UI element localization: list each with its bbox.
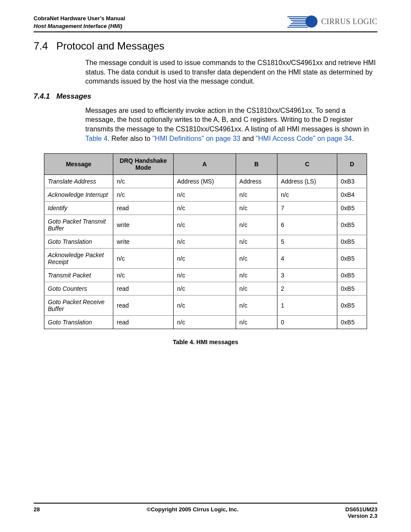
para-text: . [352,135,354,142]
cirrus-logo-icon [287,15,318,28]
table-cell: n/c [236,235,277,249]
section-heading: 7.4 Protocol and Messages [34,40,377,52]
table-cell: n/c [113,175,174,188]
table-row: Goto Translationreadn/cn/c00xB5 [44,316,367,329]
table-cell: n/c [236,188,277,202]
doc-version: Version 2.3 [346,513,377,519]
table-cell: 7 [277,202,337,215]
section-intro: The message conduit is used to issue com… [85,58,377,86]
table-cell: n/c [174,249,236,269]
table-cell: Acknowledge Interrupt [44,188,113,202]
table-row: Transmit Packetn/cn/cn/c30xB5 [44,269,367,282]
table-cell: Goto Packet Transmit Buffer [44,215,113,235]
table-cell: read [113,316,174,329]
section-number: 7.4 [34,40,53,52]
table-cell: n/c [174,235,236,249]
table-cell: n/c [174,316,236,329]
table-cell: n/c [277,188,337,202]
manual-title: CobraNet Hardware User's Manual [34,15,125,22]
para-text: . Refer also to [108,135,153,142]
table-cell: n/c [174,188,236,202]
col-d: D [337,154,367,175]
table-cell: Address [236,175,277,188]
table-cell: 0xB5 [337,296,367,316]
table-cell: n/c [174,269,236,282]
table-cell: n/c [236,269,277,282]
table-row: Acknowledge Interruptn/cn/cn/cn/c0xB4 [44,188,367,202]
table-row: Goto Countersreadn/cn/c20xB5 [44,282,367,296]
subsection-para: Messages are used to efficiently invoke … [85,106,377,143]
table-cell: write [113,215,174,235]
table-cell: n/c [113,269,174,282]
doc-info: DS651UM23 Version 2.3 [346,506,377,519]
xref-table4[interactable]: Table 4 [85,135,108,142]
subsection-body: Messages are used to efficiently invoke … [85,106,377,143]
header-titles: CobraNet Hardware User's Manual Host Man… [34,15,125,30]
table-cell: n/c [236,282,277,296]
section-body: The message conduit is used to issue com… [85,58,377,86]
cirrus-logo-text: CIRRUS LOGIC [321,17,377,26]
table-cell: 0 [277,316,337,329]
page-number: 28 [34,506,40,519]
table-cell: 0xB5 [337,202,367,215]
table-cell: write [113,235,174,249]
subsection-title: Messages [56,92,91,100]
table-cell: Goto Translation [44,235,113,249]
xref-hmi-access-code[interactable]: "HMI Access Code" on page 34 [256,135,352,142]
table-row: Acknowledge Packet Receiptn/cn/cn/c40xB5 [44,249,367,269]
table-cell: n/c [236,296,277,316]
table-cell: 5 [277,235,337,249]
table-row: Goto Packet Transmit Bufferwriten/cn/c60… [44,215,367,235]
table-container: Message DRQ Handshake Mode A B C D Trans… [44,153,367,345]
para-text: and [240,135,256,142]
table-cell: n/c [174,282,236,296]
subsection-number: 7.4.1 [34,92,54,101]
table-row: Identifyreadn/cn/c70xB5 [44,202,367,215]
table-cell: n/c [236,316,277,329]
table-cell: 0xB5 [337,282,367,296]
table-cell: Identify [44,202,113,215]
table-cell: Address (LS) [277,175,337,188]
doc-number: DS651UM23 [346,506,377,513]
col-c: C [277,154,337,175]
table-body: Translate Addressn/cAddress (MS)AddressA… [44,175,367,329]
table-row: Translate Addressn/cAddress (MS)AddressA… [44,175,367,188]
table-cell: 0xB5 [337,215,367,235]
table-header-row: Message DRQ Handshake Mode A B C D [44,154,367,175]
table-cell: 0xB3 [337,175,367,188]
table-cell: Goto Counters [44,282,113,296]
page-footer: 28 ©Copyright 2005 Cirrus Logic, Inc. DS… [34,503,377,519]
chapter-title: Host Management Interface (HMI) [34,22,125,30]
table-cell: read [113,282,174,296]
table-cell: read [113,202,174,215]
table-cell: 0xB4 [337,188,367,202]
table-cell: 0xB5 [337,249,367,269]
table-cell: Goto Packet Receive Buffer [44,296,113,316]
table-cell: 4 [277,249,337,269]
svg-point-7 [305,16,318,28]
table-cell: 2 [277,282,337,296]
table-cell: 6 [277,215,337,235]
table-cell: Goto Translation [44,316,113,329]
subsection-heading: 7.4.1 Messages [34,92,377,101]
table-cell: n/c [174,215,236,235]
table-cell: Transmit Packet [44,269,113,282]
table-cell: 1 [277,296,337,316]
table-cell: 0xB5 [337,269,367,282]
col-drq: DRQ Handshake Mode [113,154,174,175]
hmi-messages-table: Message DRQ Handshake Mode A B C D Trans… [44,153,367,329]
table-cell: n/c [236,202,277,215]
table-cell: n/c [236,249,277,269]
copyright-text: ©Copyright 2005 Cirrus Logic, Inc. [40,506,345,519]
col-a: A [174,154,236,175]
table-cell: n/c [174,202,236,215]
col-message: Message [44,154,113,175]
cirrus-logo: CIRRUS LOGIC [287,15,377,28]
xref-hmi-definitions[interactable]: "HMI Definitions" on page 33 [153,135,240,142]
table-cell: 0xB5 [337,316,367,329]
table-cell: Acknowledge Packet Receipt [44,249,113,269]
table-cell: n/c [174,296,236,316]
table-cell: n/c [236,215,277,235]
table-cell: n/c [113,249,174,269]
svg-rect-0 [287,16,308,17]
